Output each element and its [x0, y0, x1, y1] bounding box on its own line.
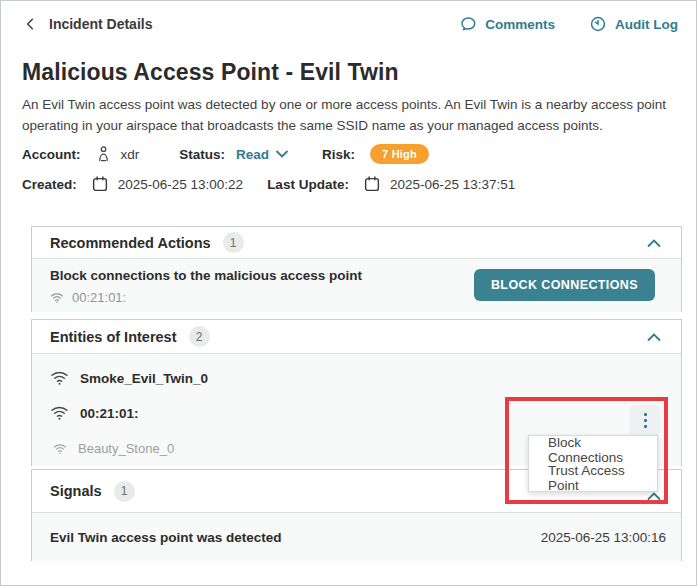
status-value: Read: [236, 147, 269, 162]
entity-context-menu: Block Connections Trust Access Point: [528, 435, 658, 492]
status-label: Status:: [179, 147, 225, 162]
signals-count-badge: 1: [114, 481, 135, 502]
collapse-chevron-up-icon[interactable]: [647, 238, 661, 247]
wifi-icon: [50, 370, 69, 386]
entity-row-evil-twin-mac[interactable]: 00:21:01:: [50, 405, 139, 421]
kebab-dot: [644, 419, 647, 422]
comments-button[interactable]: Comments: [459, 15, 555, 33]
account-value: xdr: [121, 147, 140, 162]
chevron-down-icon: [276, 150, 288, 158]
block-connections-button[interactable]: BLOCK CONNECTIONS: [474, 269, 655, 301]
menu-item-block-connections[interactable]: Block Connections: [529, 436, 657, 464]
menu-item-trust-access-point[interactable]: Trust Access Point: [529, 464, 657, 492]
entity-label: 00:21:01:: [80, 406, 139, 421]
status-dropdown[interactable]: Read: [236, 147, 288, 162]
kebab-menu-button[interactable]: [630, 405, 660, 435]
created-label: Created:: [22, 177, 77, 192]
signal-label: Evil Twin access point was detected: [50, 530, 282, 545]
meta-row-account-status-risk: Account: xdr Status: Read Risk: 7 High: [22, 144, 429, 164]
entities-header: Entities of Interest 2: [32, 320, 681, 353]
recommended-actions-title: Recommended Actions: [50, 235, 211, 251]
back-link[interactable]: Incident Details: [23, 16, 152, 32]
comments-label: Comments: [485, 17, 555, 32]
last-update-label: Last Update:: [267, 177, 349, 192]
audit-log-label: Audit Log: [615, 17, 678, 32]
kebab-dot: [644, 413, 647, 416]
entity-row-trusted-ap[interactable]: Beauty_Stone_0: [53, 441, 174, 456]
back-label: Incident Details: [49, 16, 152, 32]
incident-details-page: Incident Details Comments Audit Log Mali…: [0, 0, 697, 586]
recommended-actions-card: Recommended Actions 1 Block connections …: [31, 226, 682, 312]
wifi-icon: [50, 292, 64, 304]
created-calendar-icon: [91, 175, 109, 193]
wifi-icon: [50, 405, 69, 421]
account-person-icon: [95, 145, 112, 164]
collapse-chevron-up-icon[interactable]: [647, 332, 661, 341]
audit-log-button[interactable]: Audit Log: [589, 15, 678, 33]
incident-description: An Evil Twin access point was detected b…: [22, 95, 682, 137]
created-value: 2025-06-25 13:00:22: [118, 177, 243, 192]
risk-badge: 7 High: [370, 144, 429, 164]
meta-row-dates: Created: 2025-06-25 13:00:22 Last Update…: [22, 175, 515, 193]
last-update-calendar-icon: [363, 175, 381, 193]
action-target-mac: 00:21:01:: [72, 290, 126, 305]
signals-title: Signals: [50, 483, 102, 499]
action-title: Block connections to the malicious acces…: [50, 268, 362, 283]
last-update-value: 2025-06-25 13:37:51: [390, 177, 515, 192]
kebab-dot: [644, 425, 647, 428]
entity-label: Beauty_Stone_0: [78, 441, 174, 456]
recommended-actions-count-badge: 1: [223, 232, 244, 253]
wifi-icon: [53, 443, 67, 455]
entities-title: Entities of Interest: [50, 329, 177, 345]
top-bar: Incident Details Comments Audit Log: [1, 1, 696, 47]
clock-icon: [589, 15, 607, 33]
entities-count-badge: 2: [189, 326, 210, 347]
entity-label: Smoke_Evil_Twin_0: [80, 371, 208, 386]
signals-body: Evil Twin access point was detected 2025…: [32, 513, 681, 561]
page-title: Malicious Access Point - Evil Twin: [22, 59, 399, 86]
account-label: Account:: [22, 147, 81, 162]
entity-row-evil-twin-ssid[interactable]: Smoke_Evil_Twin_0: [50, 370, 208, 386]
top-bar-actions: Comments Audit Log: [459, 1, 678, 47]
back-chevron-icon: [23, 16, 39, 32]
risk-label: Risk:: [322, 147, 355, 162]
action-target: 00:21:01:: [50, 290, 126, 305]
signal-timestamp: 2025-06-25 13:00:16: [541, 530, 666, 545]
comment-bubble-icon: [459, 15, 477, 33]
recommended-actions-body: Block connections to the malicious acces…: [32, 259, 681, 312]
recommended-actions-header: Recommended Actions 1: [32, 227, 681, 258]
